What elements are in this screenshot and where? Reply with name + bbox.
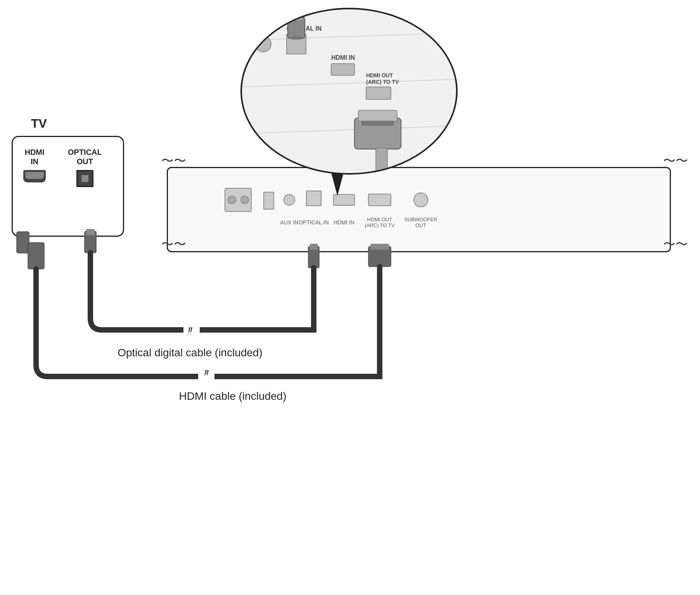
tv-hdmi-label: HDMIIN <box>24 147 44 166</box>
svg-text:(ARC) TO TV: (ARC) TO TV <box>366 79 399 85</box>
tv-optical-label: OPTICALOUT <box>68 147 102 166</box>
callout-circle: AUX IN OPTICAL IN HDMI IN HDMI OUT (ARC)… <box>240 8 458 175</box>
tv-label: TV <box>31 116 47 131</box>
svg-point-38 <box>256 36 271 52</box>
svg-text:ʃʃ: ʃʃ <box>187 324 194 335</box>
svg-rect-51 <box>361 121 394 126</box>
svg-rect-50 <box>358 110 397 121</box>
svg-text:AUX IN: AUX IN <box>254 25 275 32</box>
svg-rect-45 <box>331 64 354 75</box>
svg-line-35 <box>242 79 458 87</box>
svg-text:〃: 〃 <box>201 367 211 379</box>
tv-hdmi-in-group: HDMIIN <box>23 147 46 182</box>
svg-rect-31 <box>198 369 214 380</box>
tv-optical-out-group: OPTICALOUT <box>68 147 102 187</box>
svg-text:〜〜: 〜〜 <box>663 154 688 168</box>
svg-rect-42 <box>290 12 302 20</box>
callout-inner-svg: AUX IN OPTICAL IN HDMI IN HDMI OUT (ARC)… <box>242 9 458 175</box>
svg-text:HDMI IN: HDMI IN <box>331 54 355 61</box>
svg-text:HDMI OUT: HDMI OUT <box>366 72 393 78</box>
diagram-container: TV HDMIIN OPTICALOUT AUX IN OPTICAL IN H… <box>0 0 700 595</box>
svg-rect-28 <box>28 243 44 269</box>
tv-optical-port <box>76 170 93 187</box>
svg-rect-43 <box>292 36 301 40</box>
svg-line-34 <box>242 33 458 40</box>
svg-rect-52 <box>376 148 387 172</box>
svg-line-36 <box>242 126 458 134</box>
svg-rect-25 <box>183 325 200 335</box>
svg-rect-41 <box>288 17 305 38</box>
optical-cable-label: Optical digital cable (included) <box>118 347 263 359</box>
svg-rect-48 <box>366 87 391 99</box>
svg-text:〃: 〃 <box>185 324 195 336</box>
hdmi-cable-label: HDMI cable (included) <box>179 390 287 402</box>
soundbar-body <box>167 167 671 252</box>
svg-text:〜〜: 〜〜 <box>161 154 186 168</box>
tv-hdmi-port <box>23 170 46 182</box>
